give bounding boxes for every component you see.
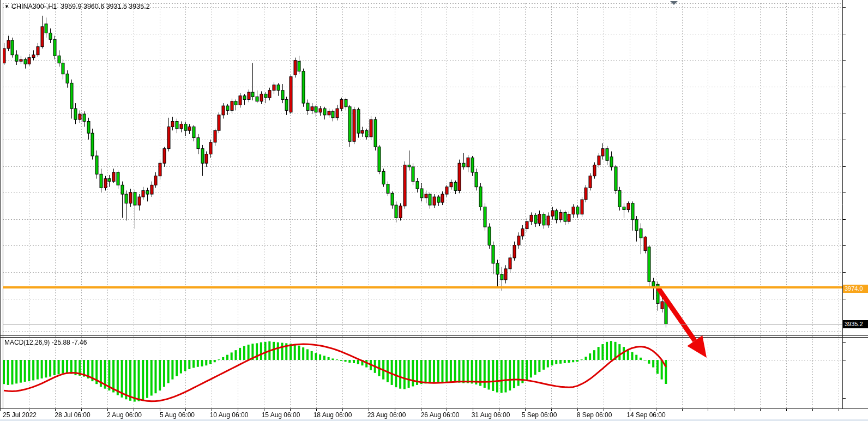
- time-axis-label: 31 Aug 06:00: [472, 411, 510, 419]
- time-axis-label: 10 Aug 06:00: [210, 411, 249, 419]
- time-axis[interactable]: 25 Jul 202228 Jul 06:002 Aug 06:005 Aug …: [0, 409, 868, 421]
- ohlc-values: 3959.9 3960.6 3931.5 3935.2: [61, 3, 149, 10]
- time-axis-label: 23 Aug 06:00: [367, 411, 406, 419]
- time-axis-label: 5 Sep 06:00: [522, 411, 557, 419]
- macd-axis: 19.280.00-41.16: [842, 0, 868, 408]
- chart-shift-marker[interactable]: [670, 1, 678, 5]
- time-axis-label: 14 Sep 06:00: [626, 411, 665, 419]
- price-chart-canvas[interactable]: [0, 0, 868, 421]
- resistance-price-tag: 3974.0: [843, 285, 868, 293]
- time-axis-label: 26 Aug 06:00: [421, 411, 460, 419]
- time-axis-label: 25 Jul 2022: [3, 411, 37, 419]
- time-axis-label: 8 Sep 06:00: [577, 411, 612, 419]
- time-axis-label: 28 Jul 06:00: [55, 411, 90, 419]
- macd-indicator-label: MACD(12,26,9) -25.88 -7.46: [4, 339, 87, 346]
- macd-name: MACD(12,26,9): [4, 339, 50, 346]
- time-axis-label: 5 Aug 06:00: [160, 411, 195, 419]
- time-axis-label: 15 Aug 06:00: [262, 411, 300, 419]
- time-axis-label: 18 Aug 06:00: [314, 411, 352, 419]
- current-price-tag: 3935.2: [843, 320, 868, 328]
- ohlc-toggle-icon[interactable]: ▼: [4, 4, 9, 9]
- chart-title: ▼CHINA300-,H1 3959.9 3960.6 3931.5 3935.…: [4, 3, 150, 10]
- symbol-period-label: CHINA300-,H1: [11, 3, 57, 10]
- trend-arrow-annotation[interactable]: [655, 285, 710, 361]
- macd-values: -25.88 -7.46: [52, 339, 87, 346]
- resistance-line-annotation[interactable]: [3, 286, 842, 288]
- trading-chart-window: ▼CHINA300-,H1 3959.9 3960.6 3931.5 3935.…: [0, 0, 868, 421]
- current-price-line: [3, 324, 842, 324]
- time-axis-label: 2 Aug 06:00: [107, 411, 142, 419]
